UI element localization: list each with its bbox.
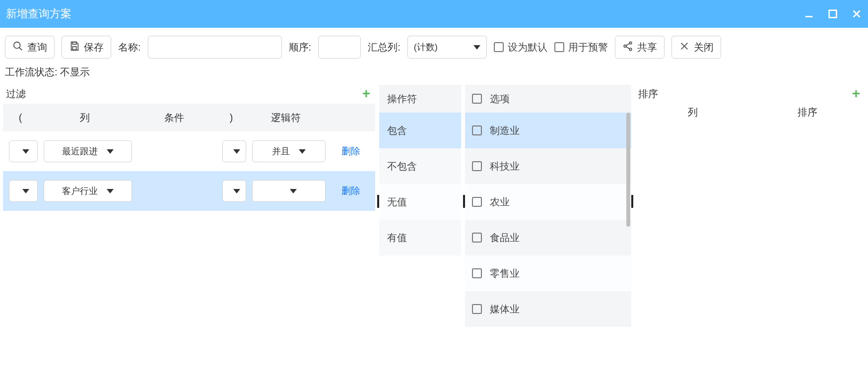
column-select[interactable]: 最近跟进 <box>44 140 132 162</box>
sort-header: 排序 + <box>635 85 865 104</box>
option-label: 制造业 <box>490 124 520 137</box>
close-label: 关闭 <box>694 41 714 54</box>
use-alert-checkbox[interactable]: 用于预警 <box>554 41 608 54</box>
checkbox-icon[interactable] <box>472 161 482 171</box>
save-button[interactable]: 保存 <box>62 36 111 59</box>
option-item[interactable]: 科技业 <box>465 148 631 184</box>
option-item[interactable]: 媒体业 <box>465 291 631 327</box>
set-default-label: 设为默认 <box>508 41 547 54</box>
resize-handle-left[interactable] <box>377 195 379 208</box>
checkbox-icon <box>554 42 564 52</box>
toolbar: 查询 保存 名称: 顺序: 汇总列: (计数) 设为默认 用于预警 共享 关闭 <box>0 28 868 63</box>
chevron-down-icon <box>473 45 480 50</box>
maximize-button[interactable] <box>827 8 838 19</box>
chevron-down-icon <box>107 149 114 154</box>
checkbox-icon[interactable] <box>472 125 482 135</box>
order-label: 顺序: <box>289 41 312 54</box>
svg-line-5 <box>19 47 22 50</box>
rparen-select[interactable] <box>222 180 246 202</box>
close-window-button[interactable] <box>851 8 862 19</box>
minimize-button[interactable] <box>803 8 814 19</box>
sort-table-header: 列 排序 <box>635 104 865 119</box>
summary-value: (计数) <box>414 41 468 53</box>
save-label: 保存 <box>84 41 104 54</box>
scrollbar[interactable] <box>626 113 630 227</box>
svg-rect-6 <box>72 42 76 44</box>
workflow-status-row: 工作流状态: 不显示 <box>0 63 868 85</box>
operator-item[interactable]: 包含 <box>379 113 461 148</box>
chevron-down-icon <box>299 149 306 154</box>
add-filter-button[interactable]: + <box>362 87 370 101</box>
summary-label: 汇总列: <box>368 41 401 54</box>
close-icon <box>679 41 690 54</box>
operators-title: 操作符 <box>379 85 461 113</box>
checkbox-icon[interactable] <box>472 197 482 207</box>
order-input[interactable] <box>318 36 361 59</box>
checkbox-icon[interactable] <box>472 304 482 314</box>
delete-filter-link[interactable]: 删除 <box>329 145 373 158</box>
checkbox-icon[interactable] <box>472 233 482 243</box>
option-item[interactable]: 食品业 <box>465 220 631 255</box>
close-button[interactable]: 关闭 <box>671 36 721 59</box>
svg-line-11 <box>626 43 629 46</box>
chevron-down-icon <box>22 149 29 154</box>
delete-filter-link[interactable]: 删除 <box>329 185 373 197</box>
chevron-down-icon <box>107 189 114 193</box>
header-condition: 条件 <box>132 111 216 124</box>
filter-row[interactable]: 客户行业 删除 <box>3 171 375 211</box>
chevron-down-icon <box>22 189 29 193</box>
svg-point-4 <box>14 42 20 48</box>
name-input[interactable] <box>148 36 282 59</box>
add-sort-button[interactable]: + <box>852 87 860 101</box>
main-content: 过滤 + ( 列 条件 ) 逻辑符 最近跟进 并且 删除 <box>0 85 868 372</box>
checkbox-icon <box>494 42 504 52</box>
option-label: 食品业 <box>490 231 520 245</box>
select-all-checkbox[interactable] <box>472 94 482 104</box>
filter-title: 过滤 <box>6 87 26 101</box>
logic-select[interactable]: 并且 <box>252 140 326 162</box>
filter-row[interactable]: 最近跟进 并且 删除 <box>3 131 375 171</box>
name-label: 名称: <box>118 41 141 54</box>
chevron-down-icon <box>290 189 297 193</box>
column-value: 客户行业 <box>62 185 98 197</box>
share-icon <box>622 41 633 54</box>
filter-table-header: ( 列 条件 ) 逻辑符 <box>3 104 375 131</box>
option-label: 零售业 <box>490 267 520 280</box>
header-rparen: ) <box>216 112 246 124</box>
svg-line-12 <box>626 46 629 49</box>
save-icon <box>69 41 80 54</box>
option-item[interactable]: 农业 <box>465 184 631 220</box>
column-select[interactable]: 客户行业 <box>44 180 132 202</box>
resize-handle-right[interactable] <box>631 195 633 208</box>
query-button[interactable]: 查询 <box>5 36 55 59</box>
workflow-status-label: 工作流状态: <box>5 66 58 77</box>
rparen-select[interactable] <box>222 140 246 162</box>
operator-item[interactable]: 无值 <box>379 184 461 220</box>
lparen-select[interactable] <box>9 140 38 162</box>
chevron-down-icon <box>233 149 240 154</box>
operators-panel: 操作符 包含 不包含 无值 有值 <box>379 85 461 372</box>
share-button[interactable]: 共享 <box>615 36 665 59</box>
column-value: 最近跟进 <box>62 145 98 157</box>
option-item[interactable]: 零售业 <box>465 255 631 291</box>
summary-select[interactable]: (计数) <box>407 36 487 59</box>
options-title: 选项 <box>490 92 510 106</box>
option-label: 农业 <box>490 195 510 209</box>
lparen-select[interactable] <box>9 180 38 202</box>
workflow-status-value: 不显示 <box>60 66 90 77</box>
filter-header: 过滤 + <box>3 85 375 104</box>
checkbox-icon[interactable] <box>472 268 482 278</box>
operator-item[interactable]: 不包含 <box>379 148 461 184</box>
logic-select[interactable] <box>252 180 326 202</box>
sort-header-column: 列 <box>635 106 750 119</box>
sort-title: 排序 <box>638 87 658 101</box>
option-label: 科技业 <box>490 160 520 173</box>
sort-header-order: 排序 <box>750 106 866 119</box>
window-title: 新增查询方案 <box>6 6 71 21</box>
chevron-down-icon <box>233 189 240 193</box>
set-default-checkbox[interactable]: 设为默认 <box>494 41 547 54</box>
option-item[interactable]: 制造业 <box>465 113 631 148</box>
options-header: 选项 <box>465 85 631 113</box>
sort-panel: 排序 + 列 排序 <box>635 85 865 372</box>
operator-item[interactable]: 有值 <box>379 220 461 255</box>
